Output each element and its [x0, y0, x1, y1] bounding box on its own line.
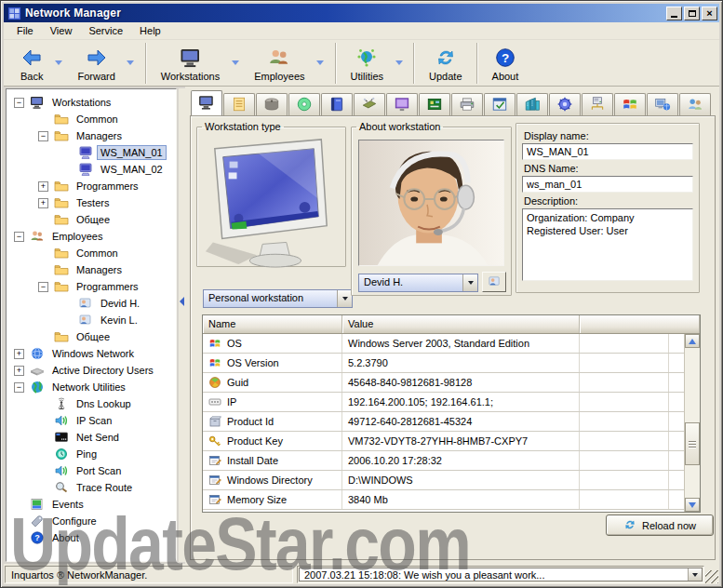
tab-netcard[interactable] [354, 93, 385, 115]
table-row-os[interactable]: OSWindows Server 2003, Standard Edition [203, 334, 700, 354]
table-row-ip[interactable]: IP192.164.200.105; 192.164.61.1; [203, 393, 700, 412]
workstation-type-dropdown-button[interactable] [337, 290, 352, 307]
table-row-product-key[interactable]: Product KeyVM732-VDYT8-27YHH-8HMB7-CXPY7 [203, 432, 700, 451]
tab-book[interactable] [321, 93, 353, 115]
expand-toggle[interactable]: + [38, 198, 48, 208]
collapse-toggle[interactable]: − [14, 382, 24, 393]
toolbar-about-button[interactable]: ?About [483, 43, 529, 84]
toolbar-forward-button[interactable]: Forward [68, 43, 124, 84]
tab-window[interactable] [484, 93, 515, 115]
tab-users[interactable] [679, 93, 711, 115]
tree-item-общее[interactable]: Общее [7, 328, 176, 345]
column-header-value[interactable]: Value [342, 315, 580, 333]
tab-chip[interactable] [419, 93, 450, 115]
close-button[interactable]: × [702, 7, 717, 20]
assign-person-button[interactable] [482, 272, 506, 292]
toolbar-employees-dropdown[interactable] [315, 45, 327, 82]
tab-gear[interactable] [549, 93, 581, 115]
resize-grip[interactable] [705, 570, 718, 583]
tab-display[interactable] [386, 93, 418, 115]
description-field[interactable]: Organization: Company Registered User: U… [522, 208, 693, 281]
status-dropdown-button[interactable] [688, 568, 702, 581]
column-header-extra[interactable] [580, 315, 700, 333]
workstation-type-select[interactable]: Personal workstation [203, 289, 353, 308]
tab-printer[interactable] [451, 93, 483, 115]
toolbar-workstations-button[interactable]: Workstations [152, 43, 229, 84]
menu-help[interactable]: Help [131, 23, 169, 38]
tree-item-testers[interactable]: +Testers [7, 194, 176, 211]
menu-service[interactable]: Service [80, 23, 131, 38]
tab-building[interactable] [516, 93, 548, 115]
tree-item-configure[interactable]: Configure [7, 513, 176, 529]
vertical-scrollbar[interactable] [684, 334, 700, 512]
tree-item-managers[interactable]: −Managers [7, 127, 176, 144]
tree-item-common[interactable]: Common [7, 245, 176, 261]
dns-name-input[interactable] [522, 176, 693, 193]
collapse-toggle[interactable]: − [14, 232, 24, 242]
expand-toggle[interactable]: + [14, 366, 24, 376]
table-row-os-version[interactable]: OS Version5.2.3790 [203, 354, 700, 373]
collapse-toggle[interactable]: − [38, 282, 48, 292]
tab-cd[interactable] [288, 93, 320, 115]
table-row-product-id[interactable]: Product Id49712-640-2812681-45324 [203, 412, 700, 432]
tab-hdd[interactable] [256, 93, 288, 115]
tree-item-managers[interactable]: Managers [7, 261, 176, 278]
tree-item-ip-scan[interactable]: IP Scan [7, 412, 176, 429]
tree-item-ws-man-01[interactable]: WS_MAN_01 [7, 144, 176, 161]
display-name-input[interactable] [522, 143, 693, 160]
tree-item-programmers[interactable]: −Programmers [7, 278, 176, 295]
menu-file[interactable]: File [8, 23, 42, 38]
toolbar-update-button[interactable]: Update [420, 43, 471, 84]
table-row-memory-size[interactable]: Memory Size3840 Mb [203, 490, 700, 510]
tree-item-common[interactable]: Common [7, 111, 176, 127]
tree-item-devid-h[interactable]: Devid H. [7, 295, 176, 312]
tree-item-net-send[interactable]: Net Send [7, 429, 176, 446]
table-row-guid[interactable]: Guid45648-840-9812681-98128 [203, 373, 700, 393]
tab-netpc[interactable] [647, 93, 678, 115]
tree-item-ping[interactable]: Ping [7, 446, 176, 462]
collapse-toggle[interactable]: − [38, 131, 48, 141]
tree-item-общее[interactable]: Общее [7, 211, 176, 228]
toolbar-utilities-button[interactable]: Utilities [341, 43, 393, 84]
toolbar-employees-button[interactable]: Employees [245, 43, 314, 84]
toolbar-forward-dropdown[interactable] [125, 45, 137, 82]
tree-item-about[interactable]: ?About [7, 529, 176, 546]
table-row-install-date[interactable]: Install Date2006.10.20 17:28:32 [203, 451, 700, 471]
expand-toggle[interactable]: + [38, 181, 48, 192]
scrollbar-thumb[interactable] [685, 422, 700, 465]
maximize-button[interactable] [684, 7, 700, 20]
tree-item-active-directory-users[interactable]: +Active Directory Users [7, 362, 176, 379]
tree-item-kevin-l[interactable]: Kevin L. [7, 312, 176, 328]
tab-windows[interactable] [614, 93, 646, 115]
tree-item-trace-route[interactable]: Trace Route [7, 479, 176, 496]
toolbar-back-button[interactable]: Back [11, 43, 52, 84]
tree-item-employees[interactable]: −Employees [7, 228, 176, 245]
tree-item-events[interactable]: Events [7, 496, 176, 513]
tree-item-windows-network[interactable]: +Windows Network [7, 345, 176, 362]
person-select-dropdown-button[interactable] [462, 274, 477, 291]
toolbar-utilities-dropdown[interactable] [393, 45, 405, 82]
column-header-name[interactable]: Name [203, 315, 342, 333]
tree-item-ws-man-02[interactable]: WS_MAN_02 [7, 161, 176, 178]
tree-item-port-scan[interactable]: Port Scan [7, 462, 176, 479]
status-message-select[interactable]: 2007.03.21 15:18:08: We wish you a pleas… [299, 568, 703, 581]
table-row-windows-directory[interactable]: Windows DirectoryD:\WINDOWS [203, 471, 700, 490]
minimize-button[interactable] [666, 7, 682, 20]
tree-item-network-utilities[interactable]: −Network Utilities [7, 379, 176, 395]
tree-item-dns-lookup[interactable]: Dns Lookup [7, 395, 176, 412]
reload-now-button[interactable]: Reload now [606, 514, 714, 536]
splitter-handle[interactable] [179, 88, 185, 562]
tab-server[interactable] [582, 93, 613, 115]
toolbar-back-dropdown[interactable] [52, 45, 64, 82]
tree-item-programmers[interactable]: +Programmers [7, 178, 176, 194]
tab-notes[interactable] [223, 93, 255, 115]
collapse-toggle[interactable]: − [14, 98, 24, 108]
tree-item-workstations[interactable]: −Workstations [7, 94, 176, 111]
person-select[interactable]: Devid H. [358, 274, 478, 292]
toolbar-workstations-dropdown[interactable] [229, 45, 241, 82]
expand-toggle[interactable]: + [14, 349, 24, 359]
scroll-down-button[interactable] [685, 498, 700, 512]
menu-view[interactable]: View [42, 23, 81, 38]
scroll-up-button[interactable] [685, 334, 700, 348]
tab-monitor[interactable] [191, 90, 222, 115]
